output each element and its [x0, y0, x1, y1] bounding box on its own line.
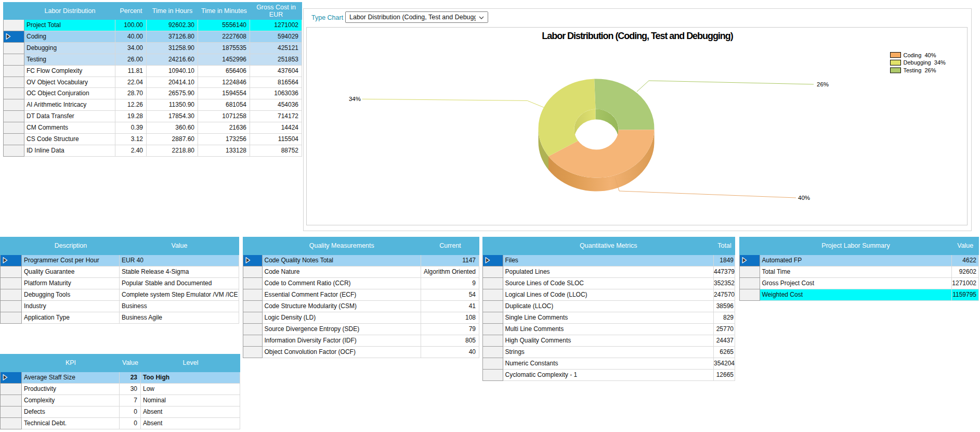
svg-text:Labor Distribution (Coding, Te: Labor Distribution (Coding, Test and Deb…: [542, 31, 733, 41]
svg-text:Coding 40%: Coding 40%: [904, 52, 936, 58]
svg-text:Testing 26%: Testing 26%: [904, 67, 936, 73]
svg-text:26%: 26%: [817, 81, 829, 87]
svg-text:34%: 34%: [349, 96, 361, 102]
svg-text:Debugging 34%: Debugging 34%: [904, 59, 946, 66]
svg-text:40%: 40%: [798, 195, 810, 201]
